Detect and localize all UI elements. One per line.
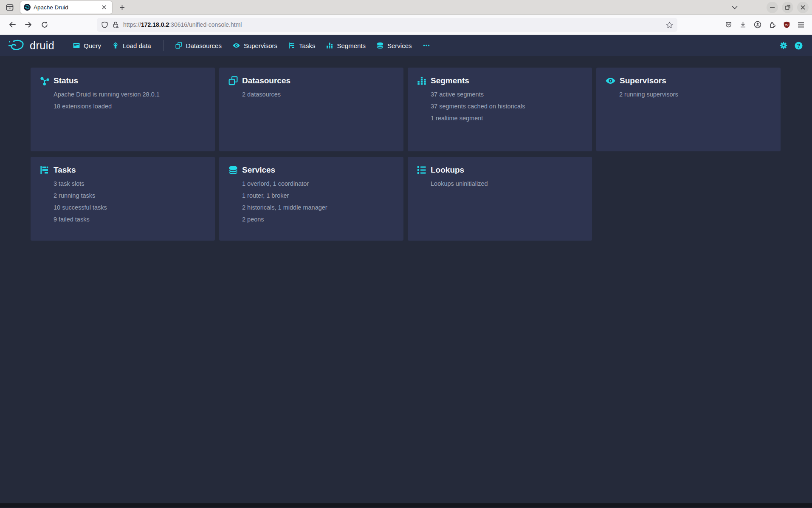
status-line: Lookups uninitialized — [431, 181, 584, 187]
svg-text:UO: UO — [785, 23, 789, 26]
browser-tab[interactable]: Apache Druid — [20, 1, 112, 14]
pocket-icon[interactable] — [725, 21, 732, 28]
bottom-strip — [0, 503, 812, 508]
status-line: 37 segments cached on historicals — [431, 103, 584, 110]
stacked-chart-icon — [417, 76, 426, 85]
nav-item-load-data[interactable]: Load data — [107, 35, 157, 56]
tab-title: Apache Druid — [34, 4, 96, 11]
firefox-view-icon[interactable] — [3, 1, 16, 14]
gantt-chart-icon — [288, 42, 295, 49]
back-icon[interactable] — [6, 18, 19, 31]
multi-cube-icon — [175, 42, 182, 49]
window-close-button[interactable] — [797, 2, 809, 13]
nav-item-tasks[interactable]: Tasks — [283, 35, 321, 56]
status-line: 2 running tasks — [54, 193, 207, 199]
new-tab-icon[interactable] — [116, 1, 128, 14]
status-line: 37 active segments — [431, 91, 584, 98]
card-title: Tasks — [54, 165, 76, 175]
stacked-chart-icon — [326, 42, 333, 49]
lookups-card[interactable]: Lookups Lookups uninitialized — [408, 157, 592, 241]
nav-item-segments[interactable]: Segments — [321, 35, 371, 56]
reload-icon[interactable] — [38, 18, 51, 31]
status-line: 9 failed tasks — [54, 216, 207, 223]
url-bar[interactable]: https://172.18.0.2:30616/unified-console… — [97, 18, 677, 32]
status-line: 10 successful tasks — [54, 204, 207, 211]
list-all-tabs-icon[interactable] — [729, 1, 741, 13]
insecure-lock-icon[interactable] — [112, 21, 119, 28]
nav-item-query[interactable]: Query — [68, 35, 107, 56]
account-icon[interactable] — [754, 21, 761, 28]
help-icon[interactable]: ? — [795, 42, 803, 50]
supervisors-card[interactable]: Supervisors 2 running supervisors — [596, 68, 781, 151]
status-line: 2 datasources — [242, 91, 396, 98]
status-line: 18 extensions loaded — [54, 103, 207, 110]
status-line: 2 historicals, 1 middle manager — [242, 204, 396, 211]
nav-item-supervisors[interactable]: Supervisors — [227, 35, 283, 56]
settings-gear-icon[interactable] — [780, 42, 787, 49]
menu-hamburger-icon[interactable] — [798, 22, 804, 28]
druid-navbar: druid Query Load data Da — [0, 35, 812, 56]
services-card[interactable]: Services 1 overlord, 1 coordinator 1 rou… — [219, 157, 403, 241]
upload-arrow-icon — [112, 42, 119, 49]
tasks-card[interactable]: Tasks 3 task slots 2 running tasks 10 su… — [31, 157, 215, 241]
druid-favicon — [24, 4, 31, 11]
nav-divider — [163, 40, 164, 51]
window-restore-button[interactable] — [782, 2, 793, 13]
forward-icon[interactable] — [22, 18, 35, 31]
status-line: 1 overlord, 1 coordinator — [242, 181, 396, 187]
status-line: 1 router, 1 broker — [242, 193, 396, 199]
druid-logo[interactable]: druid — [8, 39, 54, 52]
card-title: Services — [242, 165, 275, 175]
status-line: 2 running supervisors — [619, 91, 773, 98]
browser-toolbar: https://172.18.0.2:30616/unified-console… — [0, 15, 812, 35]
status-line: Apache Druid is running version 28.0.1 — [54, 91, 207, 98]
nav-item-datasources[interactable]: Datasources — [170, 35, 227, 56]
status-line: 1 realtime segment — [431, 115, 584, 122]
window-minimize-button[interactable] — [767, 2, 778, 13]
url-text: https://172.18.0.2:30616/unified-console… — [123, 21, 242, 28]
brand-name: druid — [30, 40, 54, 52]
properties-list-icon — [417, 165, 426, 175]
database-icon — [377, 42, 383, 49]
ublock-shield-icon[interactable]: UO — [783, 21, 790, 28]
datasources-card[interactable]: Datasources 2 datasources — [219, 68, 403, 151]
eye-open-icon — [606, 76, 615, 85]
eye-open-icon — [233, 42, 240, 49]
graph-icon — [40, 76, 49, 85]
status-line: 3 task slots — [54, 181, 207, 187]
segments-card[interactable]: Segments 37 active segments 37 segments … — [408, 68, 592, 151]
download-icon[interactable] — [739, 21, 747, 28]
card-title: Supervisors — [620, 76, 666, 85]
card-title: Segments — [431, 76, 469, 85]
card-title: Datasources — [242, 76, 290, 85]
bookmark-star-icon[interactable] — [666, 21, 673, 28]
svg-text:?: ? — [797, 43, 801, 48]
nav-divider — [61, 40, 61, 51]
browser-tab-strip: Apache Druid — [0, 0, 812, 15]
multi-cube-icon — [228, 76, 238, 85]
extensions-puzzle-icon[interactable] — [769, 21, 776, 28]
status-card[interactable]: Status Apache Druid is running version 2… — [31, 68, 215, 151]
tracking-shield-icon[interactable] — [101, 21, 108, 28]
card-title: Lookups — [431, 165, 464, 175]
home-view: Status Apache Druid is running version 2… — [0, 56, 812, 503]
card-title: Status — [54, 76, 78, 85]
application-icon — [73, 42, 80, 49]
gantt-chart-icon — [40, 165, 49, 175]
tab-close-icon[interactable] — [99, 3, 109, 12]
database-icon — [228, 165, 238, 175]
status-line: 2 peons — [242, 216, 396, 223]
nav-item-services[interactable]: Services — [371, 35, 417, 56]
nav-more-icon[interactable] — [417, 35, 435, 56]
